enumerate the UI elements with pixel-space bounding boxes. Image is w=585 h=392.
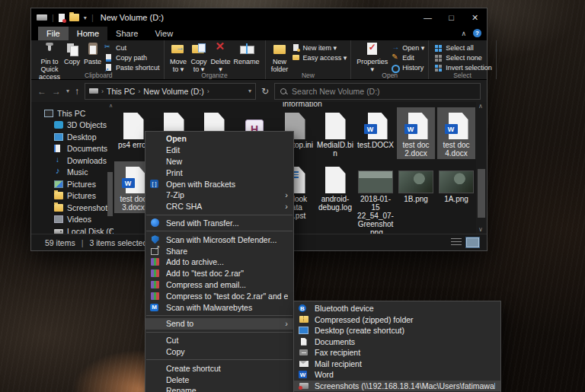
- context-menu-item-scan-with-malwarebytes[interactable]: Scan with Malwarebytes: [145, 301, 293, 313]
- send-to-item-mail-recipient[interactable]: Mail recipient: [294, 359, 500, 370]
- ribbon-cut-button[interactable]: Cut: [104, 43, 160, 52]
- details-view-icon[interactable]: [451, 238, 462, 247]
- up-icon[interactable]: ↑: [75, 87, 79, 96]
- help-icon[interactable]: ?: [473, 29, 481, 37]
- ribbon-edit-button[interactable]: Edit: [391, 53, 424, 62]
- scroll-thumb[interactable]: [478, 169, 485, 218]
- file-tile-test-doc-4-docx[interactable]: test doc 4.docx: [437, 107, 475, 159]
- file-tile-android-debug-log[interactable]: android-debug.log: [316, 161, 354, 213]
- tab-home[interactable]: Home: [69, 27, 107, 40]
- file-tile-test-docx[interactable]: test.DOCX: [356, 107, 395, 151]
- context-menu-item-compress-and-email[interactable]: Compress and email...: [145, 279, 293, 291]
- sidebar-scroll-up-icon[interactable]: ∧: [109, 103, 113, 109]
- ribbon-new-item-button[interactable]: New item ▾: [292, 43, 347, 52]
- context-menu-item-open[interactable]: Open: [145, 133, 293, 145]
- ribbon-open-button[interactable]: Open ▾: [391, 43, 424, 52]
- context-menu-item-new[interactable]: New: [145, 156, 293, 167]
- sidebar-item-3d-objects[interactable]: 3D Objects: [31, 120, 113, 132]
- send-to-item-fax-recipient[interactable]: Fax recipient: [294, 347, 500, 359]
- new-folder-quick-icon[interactable]: [69, 14, 79, 21]
- recent-locations-chevron-icon[interactable]: ▾: [66, 88, 69, 94]
- close-button[interactable]: ✕: [463, 8, 487, 27]
- ribbon-move-to-button[interactable]: Moveto ▾: [168, 42, 189, 73]
- breadcrumb-this-pc[interactable]: This PC: [107, 87, 135, 96]
- ribbon-paste-button[interactable]: Paste: [82, 42, 103, 65]
- context-menu-item-share[interactable]: Share: [145, 245, 293, 257]
- properties-quick-icon[interactable]: [59, 14, 65, 22]
- file-tile-2018-01-15-22-54-07-greenshot-[interactable]: 2018-01-15 22_54_07-Greenshot.png: [356, 161, 395, 234]
- sidebar-item-music[interactable]: Music: [31, 167, 113, 179]
- context-menu-item-cut[interactable]: Cut: [145, 335, 293, 346]
- ribbon-copy-path-button[interactable]: Copy path: [104, 53, 160, 62]
- sidebar-item-pictures[interactable]: Pictures: [31, 190, 113, 202]
- scroll-up-icon[interactable]: ∧: [478, 103, 483, 110]
- minimize-button[interactable]: —: [416, 8, 440, 27]
- context-menu-item-send-with-transfer[interactable]: Send with Transfer...: [145, 218, 293, 229]
- context-menu-item-compress-to-test-doc-2-rar-and[interactable]: Compress to "test doc 2.rar" and email: [145, 290, 293, 301]
- navigation-pane: ∧ ∨ This PC3D ObjectsDesktopDocumentsDow…: [31, 102, 113, 234]
- refresh-icon[interactable]: ↻: [261, 86, 269, 97]
- context-menu-item-copy[interactable]: Copy: [145, 346, 293, 358]
- context-menu-item-scan-with-microsoft-defender[interactable]: Scan with Microsoft Defender...: [145, 234, 293, 245]
- file-scrollbar[interactable]: ∧ ∨: [476, 102, 487, 234]
- forward-icon[interactable]: →: [52, 87, 61, 96]
- ribbon-new-folder-button[interactable]: Newfolder: [270, 42, 290, 73]
- qat-chevron-down-icon[interactable]: ▾: [84, 14, 87, 21]
- send-to-item-word[interactable]: Word: [294, 369, 500, 381]
- address-dropdown-chevron-icon[interactable]: ▾: [248, 88, 251, 94]
- tab-file[interactable]: File: [38, 27, 69, 40]
- context-menu-item-7-zip[interactable]: 7-Zip›: [145, 190, 293, 201]
- ribbon-select-none-button[interactable]: Select none: [434, 53, 492, 62]
- ribbon-select-all-button[interactable]: Select all: [434, 43, 492, 52]
- context-menu-item-print[interactable]: Print: [145, 167, 293, 178]
- breadcrumb-new-volume-d[interactable]: New Volume (D:): [143, 87, 203, 96]
- sidebar-item-this-pc[interactable]: This PC: [31, 107, 113, 120]
- ribbon-copy-to-button[interactable]: Copyto ▾: [189, 42, 209, 73]
- send-to-item-screenshots-192-168-18-14-mac-[interactable]: Screenshots (\\192.168.18.14\Mac\Users\f…: [294, 381, 500, 392]
- ribbon-properties-button[interactable]: Properties▾: [355, 42, 389, 73]
- file-tile-test-doc-2-docx[interactable]: test doc 2.docx: [397, 107, 435, 159]
- ribbon-delete-button[interactable]: Delete▾: [209, 42, 232, 73]
- ribbon-history-button[interactable]: History: [391, 63, 424, 72]
- context-menu-item-add-to-test-doc-2-rar[interactable]: Add to "test doc 2.rar": [145, 268, 293, 279]
- sidebar-item-pictures[interactable]: Pictures: [31, 178, 113, 190]
- file-tile-1a-png[interactable]: 1A.png: [437, 161, 475, 205]
- ribbon-invert-selection-button[interactable]: Invert selection: [434, 63, 492, 72]
- back-icon[interactable]: ←: [37, 87, 46, 96]
- context-menu-item-add-to-archive[interactable]: Add to archive...: [145, 257, 293, 268]
- sidebar-scrollbar[interactable]: ∧ ∨: [106, 102, 113, 234]
- tab-view[interactable]: View: [146, 27, 181, 40]
- breadcrumb[interactable]: › This PC›New Volume (D:)› ▾: [85, 83, 256, 100]
- ribbon-paste-shortcut-button[interactable]: Paste shortcut: [104, 63, 160, 72]
- maximize-button[interactable]: □: [440, 8, 463, 27]
- context-menu-item-open-with-brackets[interactable]: Open with Brackets: [145, 178, 293, 190]
- sidebar-scroll-down-icon[interactable]: ∨: [109, 227, 113, 233]
- context-menu-item-create-shortcut[interactable]: Create shortcut: [145, 362, 293, 374]
- search-box[interactable]: Search New Volume (D:): [274, 83, 481, 100]
- context-menu-item-edit[interactable]: Edit: [145, 145, 293, 156]
- ribbon-copy-button[interactable]: Copy: [62, 42, 82, 65]
- file-tile-1b-png[interactable]: 1B.png: [397, 161, 435, 205]
- sidebar-item-desktop[interactable]: Desktop: [31, 131, 113, 143]
- tab-share[interactable]: Share: [107, 27, 146, 40]
- sidebar-item-videos[interactable]: Videos: [31, 214, 113, 226]
- send-to-item-desktop-create-shortcut[interactable]: Desktop (create shortcut): [294, 325, 500, 336]
- ribbon-easy-access-button[interactable]: Easy access ▾: [292, 53, 347, 62]
- sidebar-item-screenshots[interactable]: Screenshots: [31, 202, 113, 214]
- send-to-item-documents[interactable]: Documents: [294, 336, 500, 348]
- thumbnails-view-icon[interactable]: [466, 237, 479, 247]
- context-menu-item-crc-sha[interactable]: CRC SHA›: [145, 201, 293, 212]
- collapse-ribbon-icon[interactable]: ∧: [461, 30, 466, 37]
- ribbon-rename-button[interactable]: Rename: [232, 42, 261, 65]
- context-menu-item-send-to[interactable]: Send to›: [145, 318, 293, 330]
- context-menu-item-rename[interactable]: Rename: [145, 385, 293, 392]
- file-tile-mediaid-bin[interactable]: MediaID.bin: [316, 107, 354, 159]
- context-menu-item-delete[interactable]: Delete: [145, 374, 293, 385]
- scroll-down-icon[interactable]: ∨: [478, 226, 483, 233]
- sidebar-item-downloads[interactable]: Downloads: [31, 155, 113, 167]
- send-to-item-compressed-zipped-folder[interactable]: Compressed (zipped) folder: [294, 314, 500, 326]
- sidebar-scroll-thumb[interactable]: [107, 172, 113, 216]
- sidebar-item-documents[interactable]: Documents: [31, 143, 113, 155]
- sidebar-item-local-disk-c[interactable]: Local Disk (C:): [31, 225, 113, 234]
- send-to-item-bluetooth-device[interactable]: Bluetooth device: [294, 303, 500, 314]
